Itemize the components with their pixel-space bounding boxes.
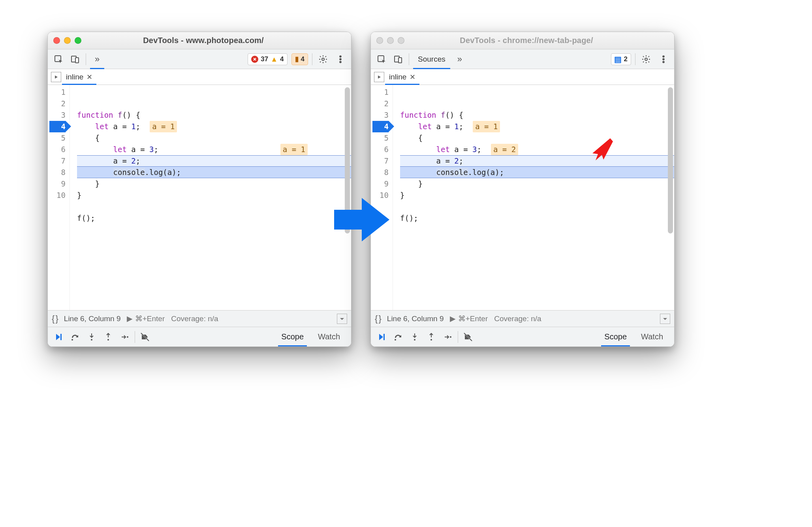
code-line[interactable]: function f() { <box>400 109 674 121</box>
file-tab-bar: inline ✕ <box>371 69 674 85</box>
code-content[interactable]: function f() { let a = 1;a = 1 { let a =… <box>70 85 351 310</box>
kebab-menu-icon[interactable] <box>334 53 347 66</box>
code-content[interactable]: function f() { let a = 1;a = 1 { let a =… <box>393 85 674 310</box>
comparison-stage: DevTools - www.photopea.com/ » 37 ▲ <box>47 32 766 347</box>
minimize-icon[interactable] <box>387 37 394 44</box>
code-line[interactable]: } <box>400 190 674 201</box>
code-line[interactable]: { <box>77 132 351 144</box>
line-number[interactable]: 8 <box>372 167 389 178</box>
titlebar[interactable]: DevTools - www.photopea.com/ <box>48 32 351 49</box>
line-number[interactable]: 9 <box>49 178 66 190</box>
code-line[interactable]: a = 2; <box>77 155 351 167</box>
line-number[interactable]: 3 <box>372 109 389 121</box>
line-number[interactable]: 2 <box>372 98 389 109</box>
gear-icon[interactable] <box>316 53 330 66</box>
pretty-print-icon[interactable]: { } <box>52 314 58 324</box>
step-icon[interactable] <box>118 331 132 343</box>
line-gutter: 12345678910 <box>48 85 70 310</box>
issues-pill[interactable]: ▮ 4 <box>291 53 308 65</box>
dropdown-icon[interactable] <box>337 314 347 324</box>
line-number[interactable]: 1 <box>372 87 389 98</box>
more-tabs-icon[interactable]: » <box>95 54 100 64</box>
line-number[interactable]: 5 <box>372 132 389 144</box>
code-line[interactable]: } <box>400 178 674 190</box>
step-over-icon[interactable] <box>391 331 405 343</box>
step-out-icon[interactable] <box>102 331 115 343</box>
line-number[interactable]: 4 <box>49 121 66 132</box>
step-over-icon[interactable] <box>68 331 82 343</box>
tab-scope[interactable]: Scope <box>274 327 311 346</box>
code-editor[interactable]: 12345678910 function f() { let a = 1;a =… <box>371 85 674 310</box>
gear-icon[interactable] <box>639 53 653 66</box>
close-icon[interactable] <box>376 37 383 44</box>
code-line[interactable]: a = 2; <box>400 155 674 167</box>
step-into-icon[interactable] <box>408 331 421 343</box>
resume-icon[interactable] <box>52 331 65 343</box>
scrollbar-vertical[interactable] <box>668 87 673 233</box>
line-number[interactable]: 4 <box>372 121 389 132</box>
dropdown-icon[interactable] <box>660 314 670 324</box>
code-line[interactable]: let a = 3;a = 2 <box>400 144 674 155</box>
line-number[interactable]: 6 <box>372 144 389 155</box>
code-line[interactable]: } <box>77 178 351 190</box>
code-line[interactable] <box>400 201 674 213</box>
line-number[interactable]: 6 <box>49 144 66 155</box>
messages-count: 2 <box>624 55 628 63</box>
minimize-icon[interactable] <box>64 37 71 44</box>
line-number[interactable]: 3 <box>49 109 66 121</box>
file-tab-inline[interactable]: inline ✕ <box>64 69 94 85</box>
code-line[interactable]: let a = 1;a = 1 <box>77 121 351 132</box>
navigator-toggle-icon[interactable] <box>51 72 61 82</box>
inspect-icon[interactable] <box>375 53 388 66</box>
code-line[interactable]: let a = 3;a = 1 <box>77 144 351 155</box>
code-line[interactable]: f(); <box>77 213 351 224</box>
line-number[interactable]: 8 <box>49 167 66 178</box>
code-line[interactable] <box>77 201 351 213</box>
titlebar[interactable]: DevTools - chrome://new-tab-page/ <box>371 32 674 49</box>
code-editor[interactable]: 12345678910 function f() { let a = 1;a =… <box>48 85 351 310</box>
close-icon[interactable]: ✕ <box>410 73 415 81</box>
deactivate-breakpoints-icon[interactable] <box>138 331 152 343</box>
line-number[interactable]: 5 <box>49 132 66 144</box>
inspect-icon[interactable] <box>52 53 65 66</box>
code-line[interactable]: function f() { <box>77 109 351 121</box>
step-out-icon[interactable] <box>425 331 438 343</box>
maximize-icon[interactable] <box>398 37 404 44</box>
device-toggle-icon[interactable] <box>68 53 82 66</box>
close-icon[interactable]: ✕ <box>86 73 92 81</box>
code-line[interactable]: f(); <box>400 213 674 224</box>
code-line[interactable]: let a = 1;a = 1 <box>400 121 674 132</box>
device-toggle-icon[interactable] <box>391 53 405 66</box>
close-icon[interactable] <box>53 37 60 44</box>
deactivate-breakpoints-icon[interactable] <box>461 331 475 343</box>
code-line[interactable]: console.log(a); <box>77 167 351 178</box>
line-number[interactable]: 7 <box>49 155 66 167</box>
line-number[interactable]: 1 <box>49 87 66 98</box>
file-tab-inline[interactable]: inline ✕ <box>387 69 417 85</box>
code-line[interactable]: console.log(a); <box>400 167 674 178</box>
active-panel-indicator[interactable]: » <box>90 49 104 69</box>
messages-pill[interactable]: ▤ 2 <box>611 53 631 65</box>
inline-value-hint: a = 1 <box>150 121 177 132</box>
step-into-icon[interactable] <box>85 331 98 343</box>
step-icon[interactable] <box>441 331 455 343</box>
error-count-pill[interactable]: 37 ▲ 4 <box>248 53 287 65</box>
pretty-print-icon[interactable]: { } <box>375 314 381 324</box>
tab-watch[interactable]: Watch <box>311 327 347 346</box>
line-number[interactable]: 7 <box>372 155 389 167</box>
line-number[interactable]: 2 <box>49 98 66 109</box>
code-line[interactable]: { <box>400 132 674 144</box>
line-number[interactable]: 10 <box>49 190 66 201</box>
separator <box>458 331 458 343</box>
more-tabs-icon[interactable]: » <box>454 54 465 64</box>
resume-icon[interactable] <box>375 331 388 343</box>
kebab-menu-icon[interactable] <box>657 53 670 66</box>
maximize-icon[interactable] <box>75 37 81 44</box>
tab-sources[interactable]: Sources <box>413 49 450 69</box>
tab-scope[interactable]: Scope <box>597 327 634 346</box>
tab-watch[interactable]: Watch <box>634 327 670 346</box>
navigator-toggle-icon[interactable] <box>374 72 384 82</box>
code-line[interactable]: } <box>77 190 351 201</box>
tab-watch-label: Watch <box>641 332 663 341</box>
line-number[interactable]: 9 <box>372 178 389 190</box>
